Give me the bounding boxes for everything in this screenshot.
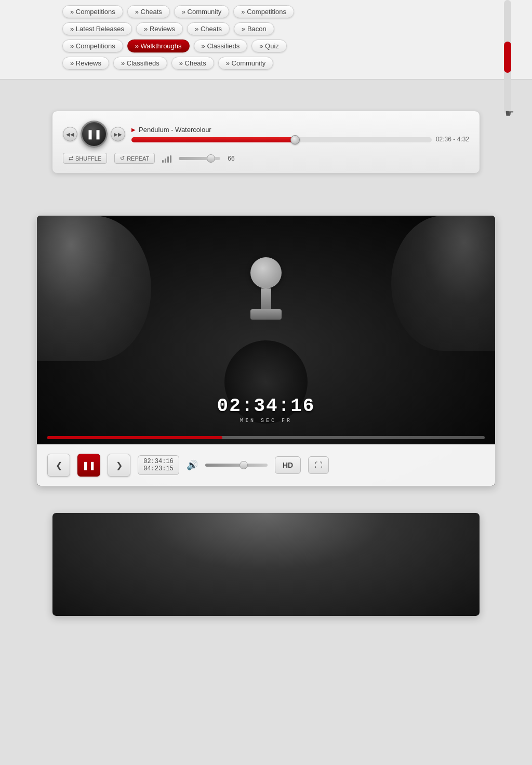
nav-tag-bacon[interactable]: » Bacon bbox=[234, 22, 274, 35]
video-back-button[interactable]: ❮ bbox=[47, 454, 70, 477]
video-pause-button[interactable]: ❚❚ bbox=[77, 454, 100, 477]
video-background: 02:34:16 MIN SEC FR ❮ ❚❚ ❯ 02:34:16 04:2… bbox=[37, 216, 495, 486]
nav-section: ☛ » Competitions » Cheats » Community » … bbox=[0, 0, 532, 80]
vol-bar-1 bbox=[162, 160, 164, 163]
nav-tag-community-1[interactable]: » Community bbox=[174, 5, 230, 18]
player-top: ◀◀ ❚❚ ▶▶ ▶ Pendulum - Watercolour 02:36 … bbox=[63, 121, 469, 148]
nav-tag-reviews-1[interactable]: » Reviews bbox=[136, 22, 183, 35]
gap-3 bbox=[0, 486, 532, 512]
video-volume-slider[interactable] bbox=[205, 464, 268, 467]
shuffle-button[interactable]: ⇄ SHUFFLE bbox=[63, 153, 107, 164]
nav-row-2: » Latest Releases » Reviews » Cheats » B… bbox=[62, 22, 480, 35]
video-time-big: 02:34:16 bbox=[217, 395, 315, 417]
pause-button[interactable]: ❚❚ bbox=[81, 121, 108, 148]
repeat-button[interactable]: ↺ REPEAT bbox=[114, 153, 155, 164]
current-time: 02:36 bbox=[436, 136, 451, 143]
progress-fill bbox=[131, 137, 297, 142]
bottom-video-screen[interactable] bbox=[52, 513, 480, 616]
audio-player: ◀◀ ❚❚ ▶▶ ▶ Pendulum - Watercolour 02:36 … bbox=[52, 111, 480, 174]
shuffle-icon: ⇄ bbox=[69, 155, 73, 162]
vol-bar-4 bbox=[170, 155, 171, 163]
player-controls: ◀◀ ❚❚ ▶▶ bbox=[63, 121, 125, 148]
fullscreen-button[interactable]: ⛶ bbox=[308, 456, 329, 474]
time-display: 02:36 - 4:32 bbox=[436, 136, 469, 143]
nav-row-3: » Competitions » Walkthroughs » Classifi… bbox=[62, 39, 480, 52]
track-name: Pendulum - Watercolour bbox=[139, 126, 211, 134]
video-controls-bar: ❮ ❚❚ ❯ 02:34:16 04:23:15 🔊 HD ⛶ bbox=[37, 444, 495, 486]
volume-knob[interactable] bbox=[207, 154, 215, 163]
volume-value: 66 bbox=[228, 155, 234, 162]
trophy-head bbox=[250, 257, 282, 288]
trophy-neck bbox=[261, 288, 271, 309]
nav-tag-classifieds-2[interactable]: » Classifieds bbox=[113, 57, 167, 70]
track-title: ▶ Pendulum - Watercolour bbox=[131, 126, 469, 134]
nav-tag-cheats-1[interactable]: » Cheats bbox=[127, 5, 170, 18]
nav-row-1: » Competitions » Cheats » Community » Co… bbox=[62, 5, 480, 18]
fur-overlay-tr bbox=[391, 216, 495, 351]
shuffle-label: SHUFFLE bbox=[75, 155, 101, 162]
nav-tag-community-2[interactable]: » Community bbox=[218, 57, 274, 70]
nav-tag-cheats-3[interactable]: » Cheats bbox=[171, 57, 214, 70]
audio-progress-bar[interactable] bbox=[131, 137, 432, 142]
video-time-overlay: 02:34:16 MIN SEC FR bbox=[217, 395, 315, 424]
nav-tag-latest-releases[interactable]: » Latest Releases bbox=[62, 22, 132, 35]
volume-bars bbox=[162, 154, 171, 163]
video-total-time: 04:23:15 bbox=[143, 465, 174, 472]
progress-knob[interactable] bbox=[290, 135, 300, 144]
vol-bar-2 bbox=[165, 159, 166, 163]
nav-tag-quiz[interactable]: » Quiz bbox=[251, 39, 287, 52]
next-button[interactable]: ▶▶ bbox=[111, 127, 125, 141]
scrollbar-track[interactable]: ☛ bbox=[504, 0, 511, 114]
gap-2 bbox=[0, 174, 532, 215]
time-separator: - bbox=[453, 136, 457, 143]
trophy-base bbox=[250, 309, 282, 320]
nav-tag-classifieds-1[interactable]: » Classifieds bbox=[194, 39, 248, 52]
nav-tag-competitions-2[interactable]: » Competitions bbox=[233, 5, 294, 18]
fur-overlay-tl bbox=[37, 216, 151, 361]
video-progress-bar[interactable] bbox=[47, 436, 485, 439]
gap-1 bbox=[0, 80, 532, 111]
nav-tag-cheats-2[interactable]: » Cheats bbox=[187, 22, 230, 35]
video-forward-button[interactable]: ❯ bbox=[108, 454, 130, 477]
nav-tag-walkthroughs[interactable]: » Walkthroughs bbox=[127, 39, 190, 52]
track-info: ▶ Pendulum - Watercolour 02:36 - 4:32 bbox=[131, 126, 469, 143]
hd-button[interactable]: HD bbox=[275, 456, 301, 474]
scrollbar-cursor: ☛ bbox=[505, 107, 514, 120]
video-time-block: 02:34:16 04:23:15 bbox=[138, 455, 179, 475]
volume-slider[interactable] bbox=[179, 157, 220, 160]
nav-row-4: » Reviews » Classifieds » Cheats » Commu… bbox=[62, 57, 480, 70]
player-bottom: ⇄ SHUFFLE ↺ REPEAT 66 bbox=[63, 153, 469, 164]
repeat-icon: ↺ bbox=[120, 155, 125, 162]
repeat-label: REPEAT bbox=[127, 155, 149, 162]
video-time-labels: MIN SEC FR bbox=[217, 418, 315, 424]
video-current-time: 02:34:16 bbox=[143, 458, 174, 465]
video-player: 02:34:16 MIN SEC FR ❮ ❚❚ ❯ 02:34:16 04:2… bbox=[36, 215, 496, 486]
video-progress-fill bbox=[47, 436, 222, 439]
scrollbar-thumb[interactable] bbox=[504, 42, 511, 73]
bottom-fur-bg bbox=[52, 513, 480, 616]
play-icon: ▶ bbox=[131, 127, 136, 133]
nav-tag-reviews-2[interactable]: » Reviews bbox=[62, 57, 109, 70]
video-volume-knob[interactable] bbox=[240, 461, 248, 469]
nav-tag-competitions-3[interactable]: » Competitions bbox=[62, 39, 123, 52]
nav-tag-competitions-1[interactable]: » Competitions bbox=[62, 5, 123, 18]
bottom-video-container bbox=[52, 512, 480, 616]
total-time: 4:32 bbox=[457, 136, 469, 143]
volume-icon[interactable]: 🔊 bbox=[187, 459, 198, 471]
video-screen[interactable]: 02:34:16 MIN SEC FR ❮ ❚❚ ❯ 02:34:16 04:2… bbox=[37, 216, 495, 486]
prev-button[interactable]: ◀◀ bbox=[63, 127, 77, 141]
vol-bar-3 bbox=[167, 156, 169, 163]
